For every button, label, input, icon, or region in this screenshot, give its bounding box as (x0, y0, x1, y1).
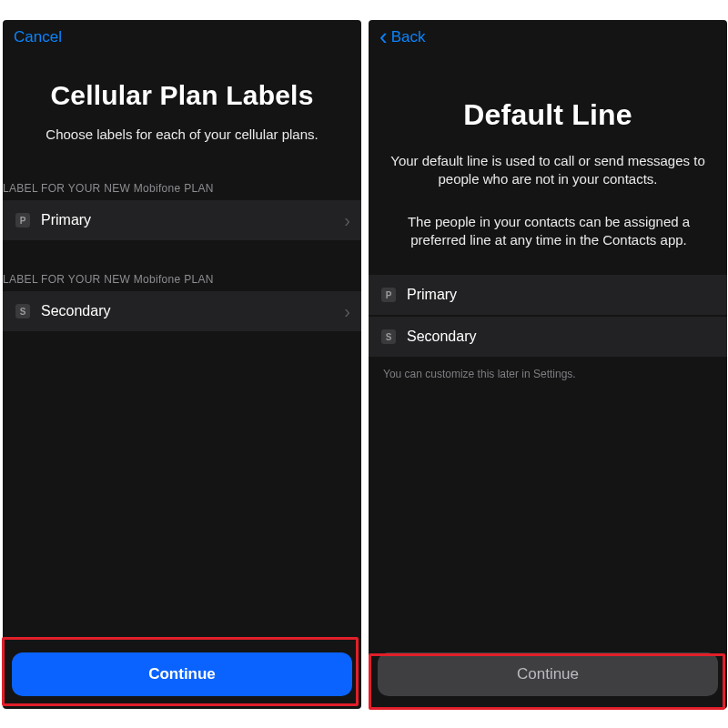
section-header-secondary: LABEL FOR YOUR NEW Mobifone PLAN (3, 273, 361, 291)
plan-badge-icon: S (15, 304, 30, 318)
page-title: Cellular Plan Labels (3, 80, 361, 111)
chevron-right-icon: › (344, 301, 350, 322)
line-option-label: Primary (407, 287, 457, 303)
nav-bar: ‹ Back (369, 20, 727, 55)
line-option-primary[interactable]: P Primary (369, 275, 727, 315)
plan-label: Primary (41, 212, 91, 228)
screen-default-line: ‹ Back Default Line Your default line is… (369, 20, 727, 709)
screen-cellular-plan-labels: Cancel Cellular Plan Labels Choose label… (3, 20, 361, 709)
page-subtitle: Your default line is used to call or sen… (369, 152, 727, 189)
nav-bar: Cancel (3, 20, 361, 55)
page-title: Default Line (369, 98, 727, 132)
back-button[interactable]: Back (391, 28, 426, 46)
plan-row-primary[interactable]: P Primary › (3, 200, 361, 240)
chevron-right-icon: › (344, 210, 350, 231)
continue-button[interactable]: Continue (378, 652, 718, 696)
plan-label: Secondary (41, 303, 111, 319)
page-subtitle: Choose labels for each of your cellular … (3, 126, 361, 144)
plan-badge-icon: S (381, 329, 396, 344)
continue-button[interactable]: Continue (12, 652, 352, 696)
plan-badge-icon: P (15, 213, 30, 228)
plan-badge-icon: P (381, 288, 396, 302)
footnote: You can customize this later in Settings… (369, 357, 727, 380)
line-option-secondary[interactable]: S Secondary (369, 317, 727, 357)
page-subtitle-2: The people in your contacts can be assig… (369, 213, 727, 250)
line-option-label: Secondary (407, 329, 477, 345)
plan-row-secondary[interactable]: S Secondary › (3, 291, 361, 331)
cancel-button[interactable]: Cancel (14, 28, 62, 46)
section-header-primary: LABEL FOR YOUR NEW Mobifone PLAN (3, 182, 361, 200)
